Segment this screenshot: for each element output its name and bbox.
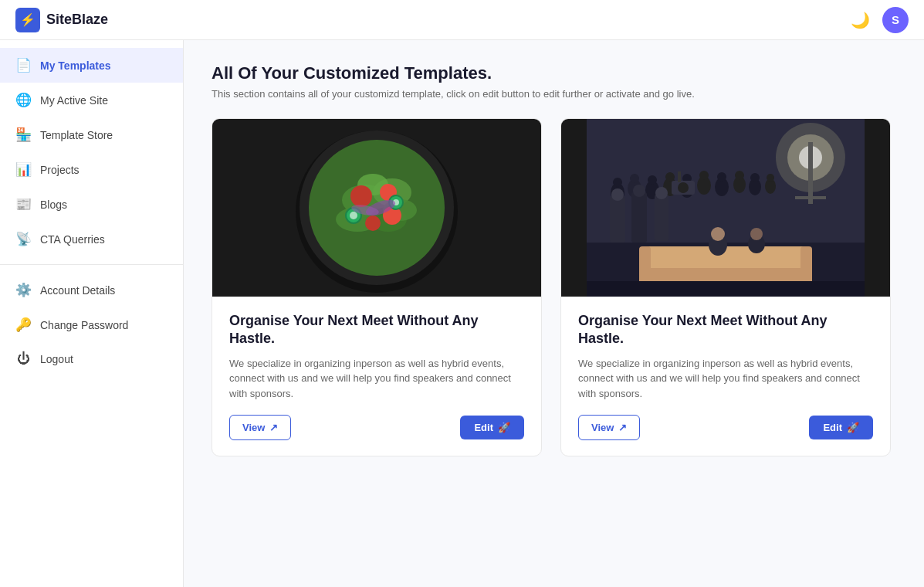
svg-point-40: [717, 172, 726, 182]
sidebar-label-cta-queries: CTA Querries: [40, 233, 105, 246]
card-actions-2: View ↗ Edit 🚀: [578, 415, 873, 440]
bolt-icon: ⚡: [20, 12, 36, 27]
sidebar-label-template-store: Template Store: [40, 129, 113, 141]
change-password-icon: 🔑: [15, 317, 31, 333]
svg-rect-51: [655, 195, 668, 241]
external-link-icon-1: ↗: [269, 422, 278, 433]
page-subtitle: This section contains all of your custom…: [212, 88, 896, 100]
sidebar-label-logout: Logout: [40, 353, 73, 365]
sidebar-label-my-templates: My Templates: [40, 59, 111, 72]
edit-button-2[interactable]: Edit 🚀: [809, 416, 873, 439]
svg-point-42: [735, 171, 744, 180]
svg-point-28: [613, 178, 622, 187]
view-button-2[interactable]: View ↗: [578, 415, 640, 440]
my-templates-icon: 📄: [15, 57, 31, 73]
view-button-1[interactable]: View ↗: [229, 415, 291, 440]
blogs-icon: 📰: [15, 196, 31, 212]
account-details-icon: ⚙️: [15, 282, 31, 298]
sidebar-label-my-active-site: My Active Site: [40, 94, 108, 107]
sidebar-item-projects[interactable]: 📊 Projects: [0, 152, 183, 187]
card-desc-2: We specialize in organizing inperson as …: [578, 356, 873, 402]
svg-rect-55: [678, 171, 681, 182]
sidebar-item-template-store[interactable]: 🏪 Template Store: [0, 117, 183, 152]
dark-mode-button[interactable]: 🌙: [851, 11, 870, 29]
sidebar: 📄 My Templates 🌐 My Active Site 🏪 Templa…: [0, 40, 184, 587]
svg-point-61: [711, 227, 725, 241]
sidebar-item-logout[interactable]: ⏻ Logout: [0, 342, 183, 376]
svg-point-12: [365, 215, 381, 231]
sidebar-label-blogs: Blogs: [40, 198, 67, 211]
templates-grid: Organise Your Next Meet Without Any Hast…: [212, 118, 891, 456]
svg-point-44: [750, 173, 760, 182]
card-image-1: [212, 119, 541, 297]
card-image-2: [561, 119, 890, 297]
brand: ⚡ SiteBlaze: [15, 8, 108, 32]
card-body-1: Organise Your Next Meet Without Any Hast…: [212, 297, 541, 456]
topnav: ⚡ SiteBlaze 🌙 S: [0, 0, 924, 40]
svg-point-10: [350, 185, 372, 207]
svg-point-30: [630, 174, 639, 183]
view-label-2: View: [591, 422, 614, 433]
cta-queries-icon: 📡: [15, 231, 31, 247]
rocket-icon-2: 🚀: [847, 422, 859, 433]
logout-icon: ⏻: [15, 351, 31, 367]
sidebar-divider: [0, 264, 183, 265]
svg-point-50: [633, 185, 645, 197]
svg-rect-59: [800, 246, 812, 285]
view-label-1: View: [242, 422, 265, 433]
svg-point-63: [750, 228, 763, 240]
svg-point-48: [611, 188, 624, 201]
edit-label-1: Edit: [474, 422, 493, 433]
svg-point-54: [678, 182, 689, 193]
sidebar-item-change-password[interactable]: 🔑 Change Password: [0, 307, 183, 342]
card-body-2: Organise Your Next Meet Without Any Hast…: [561, 297, 890, 456]
main-content: All Of Your Customized Templates. This s…: [184, 40, 924, 587]
card-desc-1: We specialize in organizing inperson as …: [229, 356, 524, 402]
svg-point-38: [699, 171, 709, 180]
brand-name: SiteBlaze: [46, 12, 108, 28]
sidebar-label-projects: Projects: [40, 164, 80, 176]
rocket-icon-1: 🚀: [498, 422, 510, 433]
svg-rect-58: [639, 246, 651, 285]
svg-rect-49: [631, 192, 647, 243]
avatar[interactable]: S: [882, 7, 909, 33]
external-link-icon-2: ↗: [618, 422, 627, 433]
app-body: 📄 My Templates 🌐 My Active Site 🏪 Templa…: [0, 40, 924, 587]
card-title-2: Organise Your Next Meet Without Any Hast…: [578, 312, 873, 348]
svg-point-32: [648, 175, 657, 185]
sidebar-item-blogs[interactable]: 📰 Blogs: [0, 187, 183, 222]
salad-image: [238, 119, 516, 297]
projects-icon: 📊: [15, 161, 31, 178]
sidebar-item-my-templates[interactable]: 📄 My Templates: [0, 48, 183, 83]
edit-label-2: Edit: [823, 422, 842, 433]
svg-point-46: [767, 174, 774, 182]
svg-rect-64: [587, 281, 865, 297]
edit-button-1[interactable]: Edit 🚀: [460, 416, 524, 439]
sidebar-label-account-details: Account Details: [40, 284, 115, 297]
svg-point-34: [665, 172, 675, 182]
svg-point-52: [655, 187, 668, 199]
sidebar-item-account-details[interactable]: ⚙️ Account Details: [0, 273, 183, 307]
sidebar-item-cta-queries[interactable]: 📡 CTA Querries: [0, 222, 183, 256]
brand-icon: ⚡: [15, 8, 40, 32]
studio-image: [587, 119, 865, 297]
card-actions-1: View ↗ Edit 🚀: [229, 415, 524, 440]
sidebar-label-change-password: Change Password: [40, 319, 128, 331]
nav-right: 🌙 S: [851, 7, 909, 33]
svg-rect-25: [808, 142, 813, 204]
svg-point-15: [350, 212, 357, 219]
template-store-icon: 🏪: [15, 127, 31, 143]
card-title-1: Organise Your Next Meet Without Any Hast…: [229, 312, 524, 348]
my-active-site-icon: 🌐: [15, 92, 31, 108]
page-title: All Of Your Customized Templates.: [212, 63, 896, 83]
svg-rect-47: [610, 196, 625, 243]
sidebar-item-my-active-site[interactable]: 🌐 My Active Site: [0, 83, 183, 117]
svg-rect-26: [795, 196, 826, 199]
template-card-2: Organise Your Next Meet Without Any Hast…: [560, 118, 891, 456]
template-card-1: Organise Your Next Meet Without Any Hast…: [212, 118, 542, 456]
